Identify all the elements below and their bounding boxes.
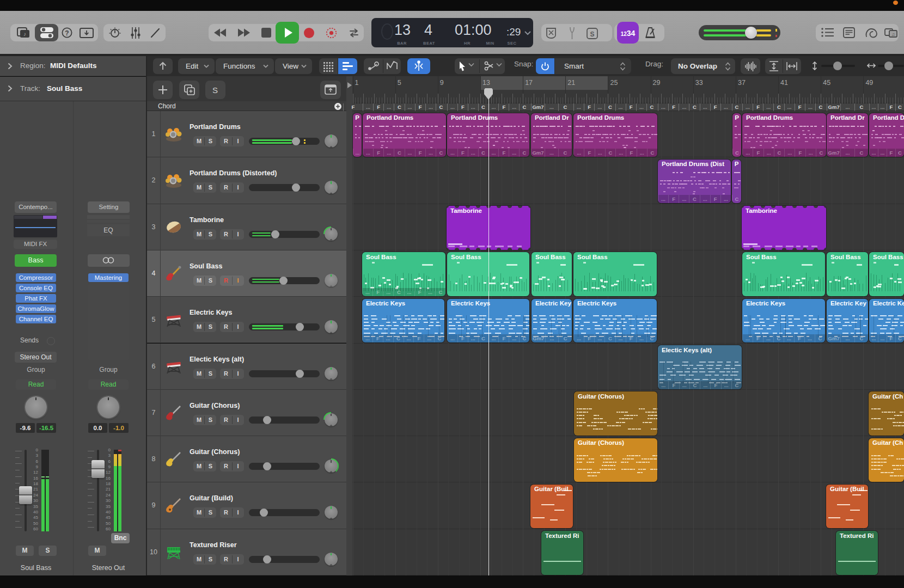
svg-text:?: ? — [65, 29, 69, 37]
svg-text:1234: 1234 — [621, 29, 636, 38]
svg-text:♪: ♪ — [23, 31, 26, 37]
svg-text:S: S — [590, 30, 594, 38]
svg-text:♫: ♫ — [891, 32, 895, 37]
svg-text:S: S — [212, 85, 218, 95]
